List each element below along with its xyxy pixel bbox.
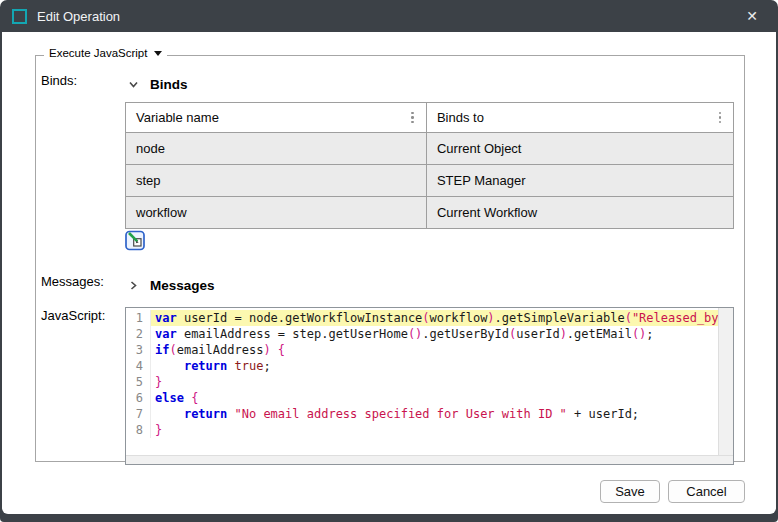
column-header-variable-name[interactable]: Variable name [126, 103, 427, 133]
line-number: 4 [126, 358, 151, 374]
line-number: 2 [126, 326, 151, 342]
line-number: 1 [126, 310, 151, 326]
column-header-label: Binds to [437, 110, 717, 125]
code-lines: 1var userId = node.getWorkflowInstance(w… [126, 308, 718, 455]
operation-type-label: Execute JavaScript [49, 47, 147, 59]
line-text: return true; [151, 358, 718, 374]
table-cell[interactable]: step [126, 165, 427, 197]
operation-type-dropdown[interactable]: Execute JavaScript [44, 47, 167, 59]
horizontal-scrollbar[interactable] [126, 455, 733, 464]
dialog-footer: Save Cancel [35, 480, 745, 503]
line-number: 8 [126, 422, 151, 438]
column-header-binds-to[interactable]: Binds to [426, 103, 733, 133]
column-menu-icon[interactable] [717, 111, 724, 125]
chevron-right-icon [128, 280, 139, 291]
line-number: 3 [126, 342, 151, 358]
line-text: else { [151, 390, 718, 406]
javascript-row: JavaScript: 1var userId = node.getWorkfl… [41, 307, 734, 465]
line-text: return "No email address specified for U… [151, 406, 718, 422]
table-row[interactable]: workflowCurrent Workflow [126, 197, 734, 229]
edit-pencil-icon [125, 230, 146, 251]
code-scroll-area: 1var userId = node.getWorkflowInstance(w… [126, 308, 733, 455]
messages-section-title: Messages [150, 278, 215, 293]
app-icon [12, 9, 27, 24]
window-title: Edit Operation [37, 9, 120, 24]
table-cell[interactable]: workflow [126, 197, 427, 229]
chevron-down-icon [128, 79, 139, 90]
save-button[interactable]: Save [600, 480, 660, 503]
code-line: 8} [126, 422, 718, 438]
titlebar: Edit Operation ✕ [2, 0, 776, 32]
binds-row: Binds: Binds Variabl [41, 72, 734, 255]
column-header-label: Variable name [136, 110, 409, 125]
dialog-body: Execute JavaScript Binds: Binds [2, 32, 776, 514]
code-line: 4 return true; [126, 358, 718, 374]
code-line: 2var emailAddress = step.getUserHome().g… [126, 326, 718, 342]
javascript-field-label: JavaScript: [41, 307, 125, 323]
caret-down-icon [154, 51, 162, 56]
messages-section-toggle[interactable]: Messages [128, 278, 734, 293]
vertical-scrollbar[interactable] [718, 308, 733, 455]
close-icon[interactable]: ✕ [738, 6, 766, 26]
messages-content: Messages [125, 273, 734, 293]
table-cell[interactable]: STEP Manager [426, 165, 733, 197]
code-line: 6else { [126, 390, 718, 406]
cancel-button[interactable]: Cancel [668, 480, 745, 503]
binds-field-label: Binds: [41, 72, 125, 88]
line-text: } [151, 422, 718, 438]
line-number: 5 [126, 374, 151, 390]
edit-operation-dialog: Edit Operation ✕ Execute JavaScript Bind… [0, 0, 778, 522]
javascript-content: 1var userId = node.getWorkflowInstance(w… [125, 307, 734, 465]
line-text: var emailAddress = step.getUserHome().ge… [151, 326, 718, 342]
code-line: 1var userId = node.getWorkflowInstance(w… [126, 310, 718, 326]
line-number: 6 [126, 390, 151, 406]
operation-group: Execute JavaScript Binds: Binds [35, 55, 745, 462]
binds-table: Variable name Binds to [125, 102, 734, 229]
table-cell[interactable]: Current Workflow [426, 197, 733, 229]
table-row[interactable]: nodeCurrent Object [126, 133, 734, 165]
table-cell[interactable]: Current Object [426, 133, 733, 165]
messages-field-label: Messages: [41, 273, 125, 289]
binds-section-title: Binds [150, 77, 188, 92]
code-line: 7 return "No email address specified for… [126, 406, 718, 422]
table-row[interactable]: stepSTEP Manager [126, 165, 734, 197]
code-line: 5} [126, 374, 718, 390]
line-text: } [151, 374, 718, 390]
line-text: if(emailAddress) { [151, 342, 718, 358]
line-number: 7 [126, 406, 151, 422]
binds-table-header-row: Variable name Binds to [126, 103, 734, 133]
binds-table-body: nodeCurrent ObjectstepSTEP Managerworkfl… [126, 133, 734, 229]
table-cell[interactable]: node [126, 133, 427, 165]
line-text: var userId = node.getWorkflowInstance(wo… [151, 310, 718, 326]
column-menu-icon[interactable] [409, 111, 416, 125]
code-editor[interactable]: 1var userId = node.getWorkflowInstance(w… [125, 307, 734, 465]
binds-content: Binds Variable name [125, 72, 734, 255]
binds-section-toggle[interactable]: Binds [128, 77, 734, 92]
messages-row: Messages: Messages [41, 273, 734, 293]
edit-binds-button[interactable] [125, 230, 146, 251]
code-line: 3if(emailAddress) { [126, 342, 718, 358]
